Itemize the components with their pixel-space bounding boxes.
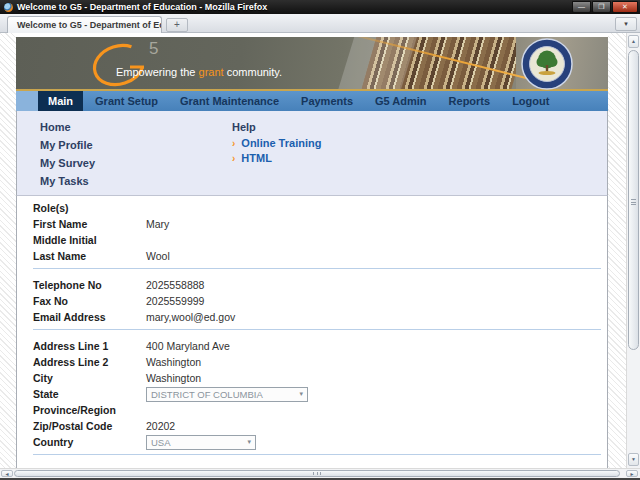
section-divider	[33, 329, 601, 330]
field-value: 2025559999	[146, 295, 204, 307]
section-divider	[33, 268, 601, 269]
main-nav-bar: Main Grant Setup Grant Maintenance Payme…	[16, 91, 608, 111]
field-value: Mary	[146, 218, 169, 230]
state-select[interactable]: DISTRICT OF COLUMBIA ▾	[146, 387, 308, 402]
profile-form: Role(s) First Name Mary Middle Initial L…	[16, 196, 608, 468]
minimize-button[interactable]: —	[572, 1, 591, 13]
form-row-email: Email Address mary,wool@ed.gov	[33, 309, 607, 325]
field-value: mary,wool@ed.gov	[146, 311, 235, 323]
field-label: Fax No	[33, 295, 146, 307]
field-label: Address Line 1	[33, 340, 146, 352]
close-button[interactable]: ✕	[612, 1, 638, 13]
list-all-tabs-button[interactable]: ▾	[615, 17, 637, 31]
field-label: First Name	[33, 218, 146, 230]
scrollbar-grip-icon	[631, 199, 636, 205]
field-label: Last Name	[33, 250, 146, 262]
g5-banner: 5 Empowering the grant community.	[16, 37, 608, 91]
field-label: Telephone No	[33, 279, 146, 291]
field-label: Province/Region	[33, 404, 146, 416]
subnav-item-my-profile[interactable]: My Profile	[40, 136, 95, 154]
page-content: 5 Empowering the grant community. Main G…	[16, 33, 608, 468]
nav-item-payments[interactable]: Payments	[291, 91, 363, 111]
subnav-left-column: Home My Profile My Survey My Tasks	[40, 118, 95, 190]
nav-item-logout[interactable]: Logout	[502, 91, 559, 111]
dropdown-arrow-icon: ▾	[247, 438, 251, 446]
firefox-icon	[4, 3, 13, 12]
maximize-button[interactable]: ❐	[592, 1, 611, 13]
tagline: Empowering the grant community.	[116, 66, 282, 78]
nav-item-g5-admin[interactable]: G5 Admin	[365, 91, 437, 111]
field-value: 2025558888	[146, 279, 204, 291]
browser-window: Welcome to G5 - Department of Education …	[0, 0, 640, 480]
vertical-scrollbar-thumb[interactable]	[628, 50, 639, 350]
tab-title: Welcome to G5 - Department of Edu...	[17, 20, 162, 30]
state-select-value: DISTRICT OF COLUMBIA	[151, 389, 263, 400]
subnav-item-my-tasks[interactable]: My Tasks	[40, 172, 95, 190]
logo-five: 5	[149, 39, 158, 59]
field-label: Role(s)	[33, 202, 146, 214]
new-tab-button[interactable]: +	[166, 18, 188, 32]
field-label: Address Line 2	[33, 356, 146, 368]
form-row-middle-initial: Middle Initial	[33, 232, 607, 248]
form-row-country: Country USA ▾	[33, 434, 607, 450]
subnav-item-my-survey[interactable]: My Survey	[40, 154, 95, 172]
field-value: 400 Maryland Ave	[146, 340, 230, 352]
form-row-state: State DISTRICT OF COLUMBIA ▾	[33, 386, 607, 402]
g5-logo-icon	[90, 38, 152, 90]
tab-bar: Welcome to G5 - Department of Edu... + ▾	[0, 14, 640, 33]
department-of-education-seal	[521, 38, 573, 90]
field-value: Washington	[146, 356, 201, 368]
vertical-scrollbar[interactable]: ▲ ▼	[626, 33, 640, 468]
help-link-html[interactable]: ›HTML	[232, 151, 321, 166]
country-select-value: USA	[151, 437, 171, 448]
section-divider	[33, 454, 601, 455]
form-row-city: City Washington	[33, 370, 607, 386]
scroll-left-icon[interactable]: ◄	[1, 470, 13, 477]
field-label: Middle Initial	[33, 234, 146, 246]
nav-item-grant-maintenance[interactable]: Grant Maintenance	[170, 91, 289, 111]
page-background: 5 Empowering the grant community. Main G…	[0, 33, 640, 468]
tagline-grant-word: grant	[199, 66, 224, 78]
form-row-zip: Zip/Postal Code 20202	[33, 418, 607, 434]
scroll-down-icon[interactable]: ▼	[628, 453, 639, 466]
field-label: Country	[33, 436, 146, 448]
nav-item-main[interactable]: Main	[38, 91, 83, 111]
form-row-first-name: First Name Mary	[33, 216, 607, 232]
form-row-address-1: Address Line 1 400 Maryland Ave	[33, 338, 607, 354]
form-row-roles: Role(s)	[33, 200, 607, 216]
subnav-item-home[interactable]: Home	[40, 118, 95, 136]
field-value: Wool	[146, 250, 170, 262]
browser-tab[interactable]: Welcome to G5 - Department of Edu...	[7, 16, 162, 33]
sub-nav-panel: Home My Profile My Survey My Tasks Help …	[16, 111, 608, 196]
arrow-bullet-icon: ›	[232, 138, 235, 149]
scrollbar-grip-icon	[313, 472, 321, 475]
form-row-last-name: Last Name Wool	[33, 248, 607, 264]
nav-item-reports[interactable]: Reports	[439, 91, 501, 111]
form-row-fax: Fax No 2025559999	[33, 293, 607, 309]
help-column: Help ›Online Training ›HTML	[232, 118, 321, 166]
field-label: City	[33, 372, 146, 384]
field-value: 20202	[146, 420, 175, 432]
window-controls: — ❐ ✕	[571, 1, 638, 13]
scroll-up-icon[interactable]: ▲	[628, 35, 639, 48]
horizontal-scrollbar[interactable]: ◄ ►	[0, 468, 640, 478]
window-title: Welcome to G5 - Department of Education …	[17, 2, 267, 12]
scroll-right-icon[interactable]: ►	[626, 470, 638, 477]
nav-lead-segment	[16, 91, 38, 111]
dropdown-arrow-icon: ▾	[299, 390, 303, 398]
field-label: Zip/Postal Code	[33, 420, 146, 432]
help-heading: Help	[232, 118, 321, 136]
field-label: State	[33, 388, 146, 400]
field-value: Washington	[146, 372, 201, 384]
form-row-telephone: Telephone No 2025558888	[33, 277, 607, 293]
field-label: Email Address	[33, 311, 146, 323]
arrow-bullet-icon: ›	[232, 153, 235, 164]
help-link-online-training[interactable]: ›Online Training	[232, 136, 321, 151]
country-select[interactable]: USA ▾	[146, 435, 256, 450]
horizontal-scrollbar-thumb[interactable]	[14, 470, 620, 477]
nav-item-grant-setup[interactable]: Grant Setup	[85, 91, 168, 111]
form-row-address-2: Address Line 2 Washington	[33, 354, 607, 370]
form-row-province: Province/Region	[33, 402, 607, 418]
title-bar: Welcome to G5 - Department of Education …	[0, 0, 640, 14]
